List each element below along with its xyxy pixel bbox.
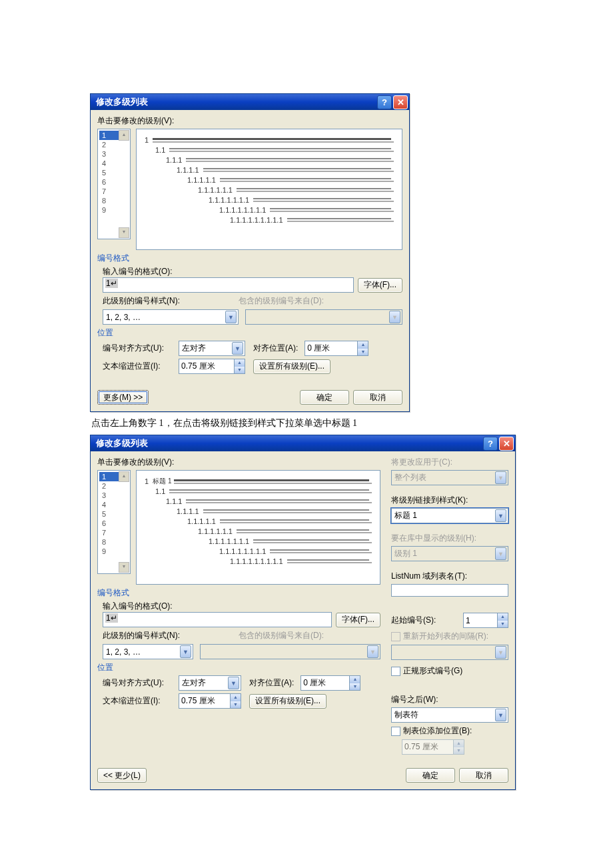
align-dropdown[interactable]: 左对齐▼	[179, 675, 241, 691]
indent-input[interactable]	[179, 693, 230, 709]
level-item[interactable]: 4	[99, 159, 129, 168]
level-item[interactable]: 5	[99, 168, 129, 177]
link-style-label: 将级别链接到样式(K):	[391, 495, 506, 506]
spin-up-icon: ▲	[454, 740, 464, 747]
chevron-down-icon: ▼	[225, 311, 237, 323]
link-style-dropdown[interactable]: 标题 1▼	[391, 508, 508, 523]
font-button[interactable]: 字体(F)...	[358, 278, 402, 293]
level-listbox[interactable]: ▴ 1 2 3 4 5 6 7 8 9 ▾	[97, 470, 131, 574]
level-item[interactable]: 9	[99, 205, 129, 215]
tab-add-spinner: ▲▼	[402, 739, 508, 755]
gallery-level-label: 要在库中显示的级别(H):	[391, 533, 506, 544]
chevron-down-icon: ▼	[367, 645, 378, 658]
set-all-levels-button[interactable]: 设置所有级别(E)...	[249, 694, 326, 709]
include-from-label: 包含的级别编号来自(D):	[239, 295, 324, 307]
spin-down-icon[interactable]: ▼	[498, 621, 508, 628]
level-item[interactable]: 7	[99, 187, 129, 196]
align-at-spinner[interactable]: ▲▼	[305, 341, 368, 356]
level-item[interactable]: 4	[99, 500, 129, 509]
start-at-input[interactable]	[463, 613, 497, 628]
spin-down-icon: ▼	[454, 747, 464, 755]
align-dropdown[interactable]: 左对齐▼	[179, 341, 245, 356]
scroll-up-icon[interactable]: ▴	[119, 471, 129, 482]
spin-up-icon[interactable]: ▲	[350, 676, 360, 683]
level-item[interactable]: 3	[99, 491, 129, 500]
follow-dropdown[interactable]: 制表符▼	[391, 707, 508, 723]
spin-up-icon[interactable]: ▲	[231, 694, 241, 701]
listnum-input[interactable]	[391, 584, 508, 597]
instruction-text: 点击左上角数字 1，在点击将级别链接到样式下拉菜单选中标题 1	[91, 417, 523, 429]
chevron-down-icon: ▼	[495, 709, 506, 721]
help-button[interactable]: ?	[483, 437, 498, 451]
scroll-down-icon[interactable]: ▾	[119, 562, 129, 573]
more-button[interactable]: 更多(M) >>	[97, 390, 149, 405]
chevron-down-icon: ▼	[180, 645, 191, 658]
level-item[interactable]: 7	[99, 528, 129, 537]
spin-up-icon[interactable]: ▲	[498, 613, 508, 621]
level-item[interactable]: 2	[99, 481, 129, 491]
less-button[interactable]: << 更少(L)	[97, 768, 147, 783]
align-at-label: 对齐位置(A):	[249, 677, 294, 689]
spin-down-icon[interactable]: ▼	[231, 701, 241, 709]
chevron-down-icon: ▼	[495, 547, 506, 560]
indent-spinner[interactable]: ▲▼	[179, 693, 241, 709]
number-format-input[interactable]: 1↵	[103, 612, 332, 627]
level-item[interactable]: 6	[99, 177, 129, 187]
close-button[interactable]: ✕	[393, 95, 408, 109]
help-button[interactable]: ?	[377, 95, 392, 109]
align-at-input[interactable]	[301, 675, 349, 691]
chevron-down-icon: ▼	[495, 509, 506, 522]
font-button[interactable]: 字体(F)...	[336, 613, 380, 627]
spin-down-icon[interactable]: ▼	[358, 349, 368, 356]
restart-checkbox	[391, 632, 400, 641]
level-item[interactable]: 9	[99, 547, 129, 556]
include-from-dropdown: ▼	[200, 644, 380, 659]
align-at-label: 对齐位置(A):	[253, 343, 298, 354]
spin-up-icon[interactable]: ▲	[235, 359, 245, 367]
level-item[interactable]: 3	[99, 149, 129, 159]
close-button[interactable]: ✕	[499, 437, 514, 451]
modify-multilevel-list-dialog-compact: 修改多级列表 ? ✕ 单击要修改的级别(V): ▴ 1 2 3 4 5 6 7 …	[90, 93, 410, 412]
indent-spinner[interactable]: ▲▼	[179, 359, 245, 374]
start-at-label: 起始编号(S):	[391, 615, 436, 626]
cancel-button[interactable]: 取消	[459, 768, 508, 783]
indent-input[interactable]	[179, 359, 234, 374]
legal-label: 正规形式编号(G)	[403, 665, 462, 677]
dialog-title: 修改多级列表	[96, 437, 482, 449]
scroll-down-icon[interactable]: ▾	[119, 227, 129, 238]
include-from-dropdown: ▼	[245, 309, 402, 325]
preview-pane: 11.11.1.11.1.1.11.1.1.1.11.1.1.1.1.11.1.…	[136, 129, 402, 250]
tab-add-input	[402, 739, 453, 755]
spin-up-icon[interactable]: ▲	[358, 341, 368, 349]
level-listbox[interactable]: ▴ 1 2 3 4 5 6 7 8 9 ▾	[97, 129, 131, 239]
number-style-dropdown[interactable]: 1, 2, 3, …▼	[103, 644, 193, 659]
number-format-input[interactable]: 1↵	[103, 277, 354, 293]
tab-add-checkbox[interactable]	[391, 727, 400, 736]
ok-button[interactable]: 确定	[406, 768, 455, 783]
align-label: 编号对齐方式(U):	[103, 677, 176, 689]
scroll-up-icon[interactable]: ▴	[119, 130, 129, 141]
spin-down-icon[interactable]: ▼	[350, 683, 360, 691]
number-style-dropdown[interactable]: 1, 2, 3, …▼	[103, 309, 239, 325]
listnum-label: ListNum 域列表名(T):	[391, 571, 506, 582]
level-item[interactable]: 8	[99, 196, 129, 205]
position-section: 位置	[97, 327, 402, 339]
set-all-levels-button[interactable]: 设置所有级别(E)...	[253, 359, 330, 374]
apply-to-label: 将更改应用于(C):	[391, 457, 506, 468]
align-at-spinner[interactable]: ▲▼	[301, 675, 360, 691]
indent-label: 文本缩进位置(I):	[103, 695, 176, 707]
number-format-section: 编号格式	[97, 587, 380, 599]
titlebar[interactable]: 修改多级列表 ? ✕	[91, 94, 409, 110]
cancel-button[interactable]: 取消	[353, 390, 402, 405]
level-item[interactable]: 8	[99, 537, 129, 547]
level-item[interactable]: 2	[99, 140, 129, 149]
ok-button[interactable]: 确定	[300, 390, 349, 405]
level-item[interactable]: 5	[99, 509, 129, 519]
titlebar[interactable]: 修改多级列表 ? ✕	[91, 435, 515, 451]
align-at-input[interactable]	[305, 341, 357, 356]
spin-down-icon[interactable]: ▼	[235, 367, 245, 374]
level-item[interactable]: 6	[99, 519, 129, 528]
style-label: 此级别的编号样式(N):	[103, 630, 236, 641]
start-at-spinner[interactable]: ▲▼	[463, 613, 508, 628]
legal-checkbox[interactable]	[391, 667, 400, 676]
